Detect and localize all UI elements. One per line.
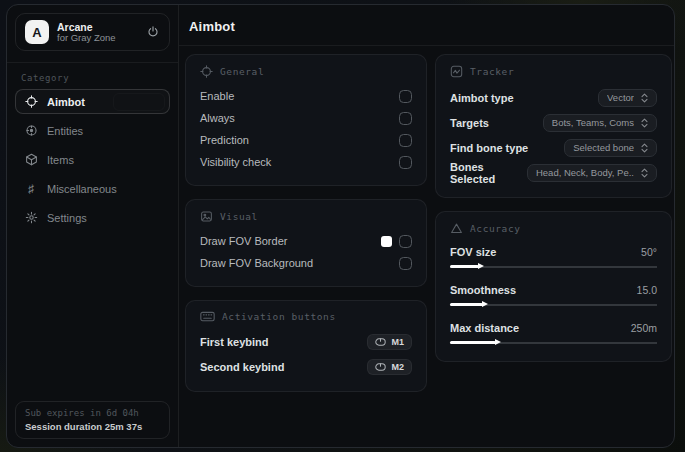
row-label: Always: [200, 112, 235, 124]
row-controls: [381, 235, 412, 248]
slider-value: 250m: [631, 322, 657, 334]
row-label: Max distance: [450, 322, 519, 334]
sidebar-item-settings[interactable]: Settings: [15, 205, 170, 230]
row-label: FOV size: [450, 246, 496, 258]
unfold-icon: [641, 118, 648, 128]
power-icon[interactable]: [146, 25, 160, 39]
max-distance-slider[interactable]: [450, 338, 657, 347]
sidebar-item-label: Entities: [47, 125, 83, 137]
unfold-icon: [641, 93, 648, 103]
draw-fov-background-checkbox[interactable]: [399, 257, 412, 270]
selected-value: Vector: [607, 92, 634, 103]
select-row-find-bone-type: Find bone type Selected bone: [450, 135, 657, 160]
keyboard-icon: [200, 311, 215, 322]
second-keybind-button[interactable]: M2: [367, 359, 412, 375]
keybind-row-second: Second keybind M2: [200, 354, 412, 379]
main-header: Aimbot: [179, 5, 675, 46]
section-title: Tracker: [470, 66, 514, 77]
sub-expires-text: Sub expires in 6d 04h: [25, 408, 160, 418]
slider-value: 15.0: [637, 284, 657, 296]
section-title: General: [220, 66, 264, 77]
hash-icon: ♯: [24, 182, 38, 196]
section-title: Visual: [220, 211, 258, 222]
cube-icon: [24, 153, 38, 167]
row-label: Find bone type: [450, 142, 528, 154]
draw-fov-border-checkbox[interactable]: [399, 235, 412, 248]
visual-section-header: Visual: [200, 210, 412, 223]
category-label: Category: [21, 73, 178, 83]
sidebar-item-label: Miscellaneous: [47, 183, 117, 195]
find-bone-type-select[interactable]: Selected bone: [564, 139, 657, 157]
accuracy-section: Accuracy FOV size 50°: [435, 211, 672, 362]
crosshair-icon: [24, 95, 38, 109]
activation-section-header: Activation buttons: [200, 311, 412, 322]
keybind-value: M1: [391, 337, 404, 347]
slider-fill: [450, 341, 496, 344]
unfold-icon: [641, 168, 648, 178]
sidebar-divider: [7, 62, 178, 63]
right-column: Tracker Aimbot type Vector Targets Bots,…: [435, 54, 672, 362]
toggle-row-enable: Enable: [200, 85, 412, 107]
ghost-chip: [113, 93, 165, 111]
session-duration-text: Session duration 25m 37s: [25, 421, 160, 432]
tracker-section-header: Tracker: [450, 65, 657, 78]
toggle-row-always: Always: [200, 107, 412, 129]
tracker-section: Tracker Aimbot type Vector Targets Bots,…: [435, 54, 672, 198]
gear-icon: [24, 211, 38, 225]
always-checkbox[interactable]: [399, 112, 412, 125]
app-name: Arcane: [57, 21, 138, 33]
enable-checkbox[interactable]: [399, 90, 412, 103]
row-label: Enable: [200, 90, 234, 102]
row-label: Aimbot type: [450, 92, 514, 104]
brand-text: Arcane for Gray Zone: [57, 21, 138, 44]
sidebar-item-aimbot[interactable]: Aimbot: [15, 89, 170, 114]
selected-value: Bots, Teams, Coms: [552, 117, 634, 128]
content: General Enable Always Prediction: [179, 46, 675, 447]
activity-icon: [450, 65, 463, 78]
sidebar-item-miscellaneous[interactable]: ♯ Miscellaneous: [15, 176, 170, 201]
visual-section: Visual Draw FOV Border Draw FOV Backgrou…: [185, 199, 427, 287]
select-row-bones-selected: Bones Selected Head, Neck, Body, Pe..: [450, 160, 657, 185]
toggle-row-visibility-check: Visibility check: [200, 151, 412, 173]
smoothness-slider[interactable]: [450, 300, 657, 309]
select-row-aimbot-type: Aimbot type Vector: [450, 85, 657, 110]
slider-row-fov-size: FOV size 50°: [450, 242, 657, 271]
general-section-header: General: [200, 65, 412, 78]
toggle-row-draw-fov-background: Draw FOV Background: [200, 252, 412, 274]
slider-fill: [450, 303, 483, 306]
sidebar-item-label: Settings: [47, 212, 87, 224]
visibility-check-checkbox[interactable]: [399, 156, 412, 169]
first-keybind-button[interactable]: M1: [367, 334, 412, 350]
select-row-targets: Targets Bots, Teams, Coms: [450, 110, 657, 135]
row-label: Draw FOV Background: [200, 257, 313, 269]
triangle-icon: [450, 222, 463, 235]
keybind-value: M2: [391, 362, 404, 372]
row-label: Visibility check: [200, 156, 271, 168]
fov-size-slider[interactable]: [450, 262, 657, 271]
row-label: Draw FOV Border: [200, 235, 287, 247]
aimbot-type-select[interactable]: Vector: [598, 89, 657, 107]
slider-row-max-distance: Max distance 250m: [450, 318, 657, 347]
fov-border-color-swatch[interactable]: [381, 236, 392, 247]
bones-selected-select[interactable]: Head, Neck, Body, Pe..: [527, 164, 657, 182]
sidebar-nav: Aimbot Entities Items ♯ Miscellaneous: [7, 89, 178, 230]
targets-select[interactable]: Bots, Teams, Coms: [543, 114, 657, 132]
mouse-icon: [375, 338, 386, 346]
keybind-row-first: First keybind M1: [200, 329, 412, 354]
unfold-icon: [641, 143, 648, 153]
mouse-icon: [375, 363, 386, 371]
toggle-row-draw-fov-border: Draw FOV Border: [200, 230, 412, 252]
prediction-checkbox[interactable]: [399, 134, 412, 147]
row-label: Second keybind: [200, 361, 284, 373]
sidebar-item-label: Aimbot: [47, 96, 85, 108]
slider-value: 50°: [641, 246, 657, 258]
radar-icon: [24, 124, 38, 138]
arcane-window: A Arcane for Gray Zone Category Aimbot: [6, 4, 675, 448]
selected-value: Head, Neck, Body, Pe..: [536, 167, 634, 178]
sidebar-item-items[interactable]: Items: [15, 147, 170, 172]
toggle-row-prediction: Prediction: [200, 129, 412, 151]
sidebar-item-entities[interactable]: Entities: [15, 118, 170, 143]
selected-value: Selected bone: [573, 142, 634, 153]
app-logo: A: [25, 20, 49, 44]
crosshair-icon: [200, 65, 213, 78]
